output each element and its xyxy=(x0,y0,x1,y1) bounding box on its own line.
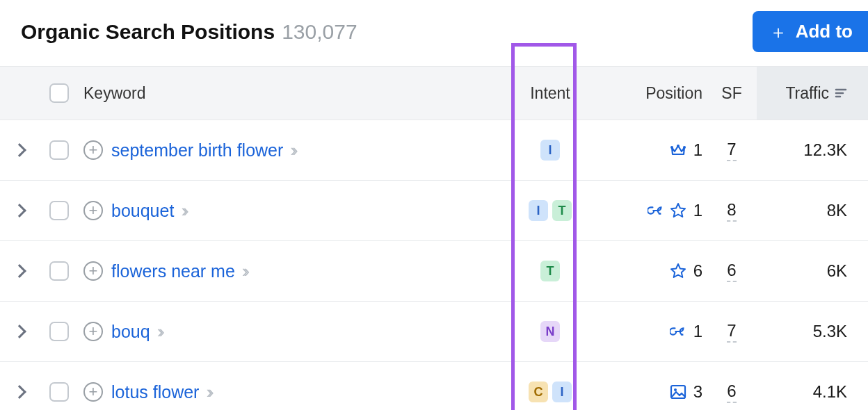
plus-icon: ＋ xyxy=(769,23,787,41)
table-row: + lotus flower ›› CI 3 6 4.1K xyxy=(0,362,868,410)
add-to-button[interactable]: ＋ Add to xyxy=(753,11,868,52)
add-keyword-icon[interactable]: + xyxy=(83,201,103,220)
serp-feature-icons xyxy=(670,142,686,158)
intent-badge-t[interactable]: T xyxy=(540,261,560,281)
add-keyword-icon[interactable]: + xyxy=(83,382,103,402)
row-checkbox[interactable] xyxy=(49,261,69,281)
table-header-row: Keyword Intent Position SF Traffic xyxy=(0,66,868,120)
keyword-link[interactable]: flowers near me xyxy=(111,261,235,281)
table-row: + bouquet ›› IT 1 8 8K xyxy=(0,181,868,241)
intent-badges: N xyxy=(540,321,560,342)
intent-badge-t[interactable]: T xyxy=(552,200,572,221)
column-keyword[interactable]: Keyword xyxy=(79,84,512,103)
sf-value[interactable]: 7 xyxy=(727,321,736,343)
intent-badge-c[interactable]: C xyxy=(529,382,548,402)
traffic-value: 4.1K xyxy=(813,382,847,402)
position-value: 1 xyxy=(693,201,702,220)
table-row: + bouq ›› N 1 7 5.3K xyxy=(0,302,868,362)
svg-point-3 xyxy=(670,146,673,149)
crown-icon[interactable] xyxy=(670,142,686,158)
results-count: 130,077 xyxy=(282,20,357,44)
keyword-link[interactable]: bouquet xyxy=(111,201,174,221)
traffic-value: 5.3K xyxy=(813,322,847,341)
svg-point-4 xyxy=(677,145,680,147)
row-checkbox[interactable] xyxy=(49,322,69,341)
intent-badges: IT xyxy=(529,200,572,221)
expand-row-icon[interactable] xyxy=(13,264,26,278)
keyword-link[interactable]: lotus flower xyxy=(111,382,199,402)
traffic-value: 12.3K xyxy=(803,140,847,160)
positions-table: Keyword Intent Position SF Traffic + sep… xyxy=(0,66,868,410)
row-checkbox[interactable] xyxy=(49,140,69,160)
position-value: 6 xyxy=(693,261,702,281)
add-keyword-icon[interactable]: + xyxy=(83,322,103,341)
row-checkbox[interactable] xyxy=(49,201,69,220)
link-icon[interactable] xyxy=(670,323,686,340)
row-checkbox[interactable] xyxy=(49,382,69,402)
keyword-link[interactable]: bouq xyxy=(111,322,150,342)
expand-row-icon[interactable] xyxy=(13,204,26,218)
serp-feature-icons xyxy=(670,323,686,340)
keyword-menu-icon[interactable]: ›› xyxy=(206,382,209,403)
intent-badge-n[interactable]: N xyxy=(540,321,560,342)
expand-row-icon[interactable] xyxy=(13,385,26,399)
column-sf[interactable]: SF xyxy=(707,84,757,103)
add-keyword-icon[interactable]: + xyxy=(83,140,103,160)
column-traffic[interactable]: Traffic xyxy=(757,67,868,120)
intent-badges: CI xyxy=(529,382,572,402)
intent-badges: T xyxy=(540,261,560,281)
expand-row-icon[interactable] xyxy=(13,325,26,338)
sf-value[interactable]: 6 xyxy=(727,382,736,403)
svg-point-9 xyxy=(674,388,677,391)
add-to-label: Add to xyxy=(796,21,853,42)
column-intent[interactable]: Intent xyxy=(512,84,588,103)
page-title-wrap: Organic Search Positions 130,077 xyxy=(21,20,357,44)
keyword-menu-icon[interactable]: ›› xyxy=(157,321,161,343)
position-value: 1 xyxy=(693,140,702,160)
position-value: 3 xyxy=(693,382,702,402)
keyword-menu-icon[interactable]: ›› xyxy=(181,200,184,222)
keyword-menu-icon[interactable]: ›› xyxy=(290,140,294,161)
sf-value[interactable]: 6 xyxy=(727,261,736,282)
star-icon[interactable] xyxy=(670,202,686,219)
keyword-menu-icon[interactable]: ›› xyxy=(242,261,246,282)
serp-feature-icons xyxy=(670,263,686,279)
intent-badge-i[interactable]: I xyxy=(540,140,560,161)
sf-value[interactable]: 8 xyxy=(727,200,736,222)
svg-point-5 xyxy=(683,146,686,149)
table-row: + flowers near me ›› T 6 6 6K xyxy=(0,241,868,302)
intent-badge-i[interactable]: I xyxy=(529,200,548,221)
traffic-value: 8K xyxy=(827,201,847,220)
page-title: Organic Search Positions xyxy=(21,20,275,44)
sort-desc-icon xyxy=(835,88,847,99)
position-value: 1 xyxy=(693,322,702,341)
traffic-value: 6K xyxy=(827,261,847,281)
table-row: + september birth flower ›› I 1 7 12.3K xyxy=(0,120,868,181)
intent-badge-i[interactable]: I xyxy=(552,382,572,402)
image-icon[interactable] xyxy=(670,384,686,400)
serp-feature-icons xyxy=(648,202,686,219)
intent-badges: I xyxy=(540,140,560,161)
sf-value[interactable]: 7 xyxy=(727,140,736,161)
expand-row-icon[interactable] xyxy=(13,143,26,157)
star-icon[interactable] xyxy=(670,263,686,279)
keyword-link[interactable]: september birth flower xyxy=(111,140,283,161)
column-position[interactable]: Position xyxy=(588,84,707,103)
add-keyword-icon[interactable]: + xyxy=(83,261,103,281)
select-all-checkbox[interactable] xyxy=(49,83,69,103)
link-icon[interactable] xyxy=(648,202,664,219)
serp-feature-icons xyxy=(670,384,686,400)
